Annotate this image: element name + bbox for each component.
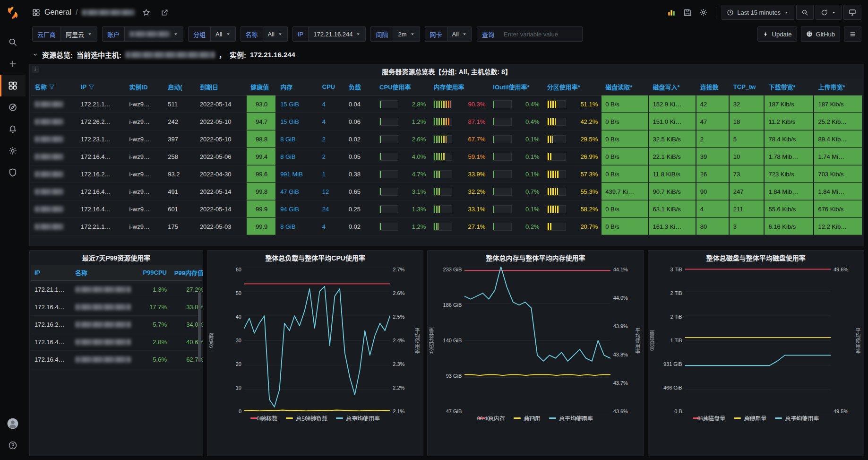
col-header-io_pct[interactable]: IOutil使用率*	[489, 78, 543, 95]
cell-link[interactable]: 12	[322, 188, 329, 195]
col-header-health[interactable]: 健康值	[247, 78, 276, 95]
cycle-view-button[interactable]	[843, 5, 861, 20]
cell-link[interactable]: 47 GiB	[280, 188, 299, 195]
refresh-button[interactable]	[816, 5, 842, 20]
cell-mem[interactable]: 94 GiB	[276, 200, 318, 217]
col-header-cpu[interactable]: CPU	[318, 78, 345, 95]
cell-link[interactable]: 2	[322, 136, 326, 143]
server-admin-shield-icon[interactable]	[0, 162, 26, 183]
explore-compass-icon[interactable]	[0, 96, 26, 118]
cell-mem[interactable]: 8 GiB	[276, 148, 318, 165]
col-header-tcp[interactable]: TCP_tw	[730, 78, 765, 95]
col-header-dread[interactable]: 磁盘读取*	[602, 78, 649, 95]
cell-link[interactable]: 8 GiB	[280, 153, 296, 160]
cell-link[interactable]: 8 GiB	[280, 223, 296, 230]
cell-link[interactable]: 94 GiB	[280, 206, 299, 213]
cell-link[interactable]: 1	[322, 171, 326, 178]
breadcrumb-section[interactable]: General	[44, 8, 71, 17]
col-header-load[interactable]: 负载	[345, 78, 376, 95]
cell-link[interactable]: 24	[322, 206, 329, 213]
cell-cpu[interactable]: 24	[318, 200, 345, 217]
col-header-name[interactable]: 名称	[71, 265, 138, 280]
configuration-gear-icon[interactable]	[0, 140, 26, 162]
create-plus-icon[interactable]	[0, 53, 26, 75]
main-table-panel-title[interactable]: 服务器资源总览表【分组: All, 主机总数: 8】	[30, 64, 864, 78]
cell-mem[interactable]: 15 GiB	[276, 95, 318, 113]
col-header-cpu_pct[interactable]: CPU使用率	[376, 78, 430, 95]
cell-link[interactable]: 4	[322, 101, 326, 108]
help-icon[interactable]	[0, 434, 26, 456]
github-button[interactable]: GitHub	[801, 26, 840, 42]
col-header-name[interactable]: 名称	[31, 78, 77, 95]
p99-scrollbar[interactable]	[198, 292, 201, 362]
dashboard-name-redacted[interactable]	[82, 9, 135, 16]
dashboard-settings-button[interactable]	[696, 5, 711, 19]
menu-button[interactable]	[844, 26, 861, 42]
variable-value-input[interactable]	[499, 27, 582, 41]
cell-link[interactable]: 15 GiB	[280, 118, 299, 125]
variable-value-dropdown[interactable]	[124, 27, 183, 41]
cell-mem[interactable]: 47 GiB	[276, 183, 318, 200]
col-header-p99mem[interactable]: P99内存值	[171, 265, 203, 280]
cell-cpu[interactable]: 4	[318, 218, 345, 235]
col-header-p99cpu[interactable]: P99CPU	[138, 265, 171, 280]
time-range-picker[interactable]: Last 15 minutes	[722, 5, 794, 20]
col-header-up_bw[interactable]: 上传带宽*	[814, 78, 863, 95]
variable-value-dropdown[interactable]: All	[263, 27, 287, 41]
chart-plot[interactable]	[685, 267, 831, 414]
cell-cpu[interactable]: 12	[318, 183, 345, 200]
cell-link[interactable]: 4	[322, 223, 326, 230]
col-header-mem[interactable]: 内存	[276, 78, 318, 95]
alerting-bell-icon[interactable]	[0, 118, 26, 140]
cell-link[interactable]: 4	[322, 118, 326, 125]
add-panel-button[interactable]	[664, 5, 679, 19]
gauge-value: 57.3%	[580, 171, 598, 178]
col-header-part_pct[interactable]: 分区使用率*	[543, 78, 602, 95]
variable-value-dropdown[interactable]: All	[210, 27, 235, 41]
panel-info-corner-icon[interactable]: i	[32, 66, 39, 73]
col-header-ip[interactable]: IP	[31, 265, 71, 280]
p99-panel-title[interactable]: 最近7天P99资源使用率	[30, 251, 203, 265]
cell-link[interactable]: 8 GiB	[280, 136, 296, 143]
cell-link[interactable]: 991 MiB	[280, 171, 303, 178]
col-header-up[interactable]: 启动(	[164, 78, 196, 95]
save-dashboard-button[interactable]	[680, 5, 695, 19]
col-header-exp[interactable]: 到期日	[196, 78, 247, 95]
dashboards-icon[interactable]	[0, 75, 26, 96]
col-header-id[interactable]: 实例ID	[126, 78, 164, 95]
col-header-dwrite[interactable]: 磁盘写入*	[649, 78, 696, 95]
cell-mem[interactable]: 8 GiB	[276, 218, 318, 235]
cell-link[interactable]: 15 GiB	[280, 101, 299, 108]
refresh-interval-caret-icon[interactable]	[831, 10, 836, 15]
user-avatar[interactable]	[0, 413, 26, 434]
col-header-conn[interactable]: 连接数	[696, 78, 730, 95]
cell-cpu[interactable]: 4	[318, 95, 345, 113]
load-cpu-chart-title[interactable]: 整体总负载与整体平均CPU使用率	[207, 251, 423, 265]
col-header-mem_pct[interactable]: 内存使用率	[430, 78, 489, 95]
cell-mem[interactable]: 15 GiB	[276, 113, 318, 130]
variable-value-dropdown[interactable]: 2m	[393, 27, 419, 41]
grafana-logo[interactable]	[5, 5, 21, 21]
variable-value-dropdown[interactable]: 172.21.16.244	[308, 27, 365, 41]
cell-mem[interactable]: 991 MiB	[276, 165, 318, 182]
variable-value-dropdown[interactable]: 阿里云	[60, 27, 97, 41]
cell-cpu[interactable]: 2	[318, 130, 345, 148]
cell-cpu[interactable]: 4	[318, 113, 345, 130]
search-icon[interactable]	[0, 31, 26, 53]
update-button[interactable]: Update	[757, 26, 797, 42]
col-header-down[interactable]: 下载带宽*	[765, 78, 814, 95]
star-icon[interactable]	[139, 5, 153, 19]
disk-chart-title[interactable]: 整体总磁盘与整体平均磁盘使用率	[648, 251, 864, 265]
row-header-overview[interactable]: 资源总览: 当前选中主机: ， 实例: 172.21.16.244	[26, 46, 868, 64]
chart-plot[interactable]	[244, 267, 390, 414]
share-icon[interactable]	[157, 5, 172, 19]
variable-value-dropdown[interactable]: All	[447, 27, 472, 41]
cell-link[interactable]: 2	[322, 153, 326, 160]
chart-plot[interactable]	[464, 267, 610, 414]
cell-mem[interactable]: 8 GiB	[276, 130, 318, 148]
col-header-ip[interactable]: IP	[77, 78, 126, 95]
cell-cpu[interactable]: 2	[318, 148, 345, 165]
memory-chart-title[interactable]: 整体总内存与整体平均内存使用率	[428, 251, 643, 265]
zoom-out-button[interactable]	[796, 5, 814, 20]
cell-cpu[interactable]: 1	[318, 165, 345, 182]
